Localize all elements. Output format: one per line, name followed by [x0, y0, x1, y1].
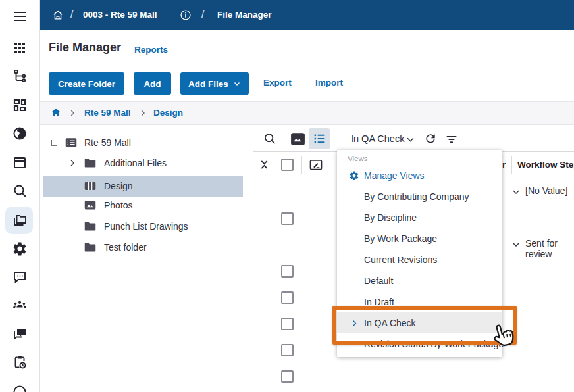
workflow-icon[interactable] — [12, 68, 28, 84]
folder-icon — [83, 240, 97, 255]
tree-item-label[interactable]: Additional Files — [104, 158, 167, 168]
messages-icon[interactable] — [12, 326, 28, 342]
breadcrumb-home-icon[interactable] — [50, 107, 62, 118]
chevron-right-icon[interactable] — [68, 159, 77, 168]
menu-item-label: Manage Views — [364, 170, 425, 181]
file-manager-icon[interactable] — [12, 212, 28, 228]
people-icon[interactable] — [12, 297, 28, 313]
menu-section-label: Views — [348, 155, 367, 162]
refresh-icon[interactable] — [424, 132, 437, 145]
reports-link[interactable]: Reports — [134, 45, 168, 55]
add-files-button[interactable]: Add Files — [180, 72, 249, 95]
tree-item-label[interactable]: Photos — [104, 200, 133, 210]
export-button[interactable]: Export — [263, 78, 292, 87]
row-checkbox[interactable] — [281, 291, 294, 304]
tree-item-label[interactable]: Punch List Drawings — [104, 221, 188, 232]
collapse-indicator-icon[interactable] — [49, 139, 59, 148]
globe-icon[interactable] — [12, 126, 28, 141]
view-selector[interactable]: In QA Check — [351, 134, 404, 144]
divider — [39, 66, 574, 66]
tree-item-design-selected[interactable]: Design — [43, 176, 243, 197]
tree-root-label[interactable]: Rte 59 Mall — [84, 137, 131, 148]
dashboard-icon[interactable] — [12, 97, 28, 113]
calendar-icon[interactable] — [12, 155, 28, 170]
tasks-clock-icon[interactable] — [12, 355, 28, 370]
partial-column-header: r — [502, 160, 506, 170]
menu-item-label: By Work Package — [364, 233, 437, 244]
add-files-label: Add Files — [188, 79, 228, 89]
tree-item-additional-files[interactable]: Additional Files — [43, 153, 243, 173]
app-window: / 0003 - Rte 59 Mall / File Manager File… — [0, 0, 574, 392]
group-label: [No Value] — [525, 185, 567, 196]
row-checkbox[interactable] — [281, 318, 294, 330]
breadcrumb: Rte 59 Mall Design — [39, 101, 574, 125]
menu-item-in-qa-check[interactable]: In QA Check — [337, 312, 502, 333]
project-root-icon — [64, 135, 78, 150]
create-folder-label: Create Folder — [58, 79, 115, 89]
collapse-all-icon[interactable] — [259, 159, 270, 171]
menu-item-by-work-package[interactable]: By Work Package — [337, 228, 502, 249]
breadcrumb-folder-link[interactable]: Design — [153, 108, 183, 118]
page-title: File Manager — [49, 41, 121, 55]
chevron-down-icon — [233, 80, 241, 87]
tree-item-photos[interactable]: Photos — [43, 195, 243, 215]
select-all-checkbox[interactable] — [281, 159, 294, 171]
chevron-down-icon[interactable] — [405, 135, 415, 145]
menu-item-label: Default — [364, 276, 393, 286]
gear-icon — [349, 170, 359, 181]
row-checkbox[interactable] — [281, 344, 294, 356]
chevron-down-icon — [511, 187, 521, 197]
tree-root-row[interactable]: Rte 59 Mall — [43, 133, 243, 153]
markup-icon[interactable] — [308, 157, 324, 173]
row-checkbox[interactable] — [281, 265, 294, 278]
list-view-icon[interactable] — [312, 132, 326, 146]
row-checkbox[interactable] — [281, 370, 294, 383]
info-icon[interactable] — [179, 9, 192, 22]
breadcrumb-slash: / — [70, 9, 73, 20]
tree-item-label[interactable]: Design — [104, 181, 133, 191]
menu-item-by-contributing-company[interactable]: By Contributing Company — [337, 186, 502, 207]
header-divider — [301, 156, 302, 174]
menu-item-in-draft[interactable]: In Draft — [337, 291, 502, 312]
workflow-step-column-header[interactable]: Workflow Step — [517, 160, 574, 170]
help-icon[interactable] — [12, 384, 28, 392]
breadcrumb-project-link[interactable]: Rte 59 Mall — [84, 108, 131, 118]
menu-item-current-revisions[interactable]: Current Revisions — [337, 249, 502, 270]
breadcrumb-slash: / — [201, 9, 204, 20]
add-button[interactable]: Add — [134, 72, 171, 95]
toolbar-divider — [284, 129, 284, 149]
menu-item-manage-views[interactable]: Manage Views — [337, 165, 502, 186]
import-button[interactable]: Import — [315, 78, 343, 87]
drawings-icon — [83, 179, 97, 193]
menu-item-default[interactable]: Default — [337, 270, 502, 291]
left-icon-rail — [0, 0, 40, 392]
row-checkbox[interactable] — [281, 212, 294, 225]
chevron-right-icon — [138, 109, 147, 118]
search-icon[interactable] — [263, 132, 276, 145]
create-folder-button[interactable]: Create Folder — [49, 72, 124, 95]
header-divider — [511, 156, 512, 174]
menu-item-label: Revision Status By Work Package — [364, 339, 504, 349]
menu-item-revision-status-by-work-package[interactable]: Revision Status By Work Package — [337, 333, 502, 355]
search-nav-icon[interactable] — [12, 183, 28, 199]
tree-item-punch-list-drawings[interactable]: Punch List Drawings — [43, 216, 243, 236]
project-name[interactable]: 0003 - Rte 59 Mall — [83, 10, 157, 20]
app-name: File Manager — [217, 10, 272, 20]
feedback-icon[interactable] — [12, 269, 28, 285]
apps-grid-icon[interactable] — [12, 40, 28, 56]
menu-item-label: By Contributing Company — [364, 191, 469, 202]
hamburger-menu-icon[interactable] — [12, 9, 28, 24]
menu-item-by-discipline[interactable]: By Discipline — [337, 207, 502, 228]
menu-item-label: Current Revisions — [364, 255, 437, 265]
filter-icon[interactable] — [445, 133, 458, 146]
folder-icon — [83, 156, 97, 170]
settings-icon[interactable] — [12, 241, 28, 257]
thumbnail-view-icon[interactable] — [290, 131, 306, 147]
chevron-right-icon — [68, 109, 77, 118]
home-icon[interactable] — [51, 9, 65, 22]
tree-item-test-folder[interactable]: Test folder — [43, 237, 243, 257]
menu-item-label: By Discipline — [364, 212, 417, 223]
tree-item-label[interactable]: Test folder — [104, 242, 147, 253]
folder-icon — [83, 219, 97, 233]
table-row[interactable]: A-1.2 QA Check — [253, 362, 574, 389]
